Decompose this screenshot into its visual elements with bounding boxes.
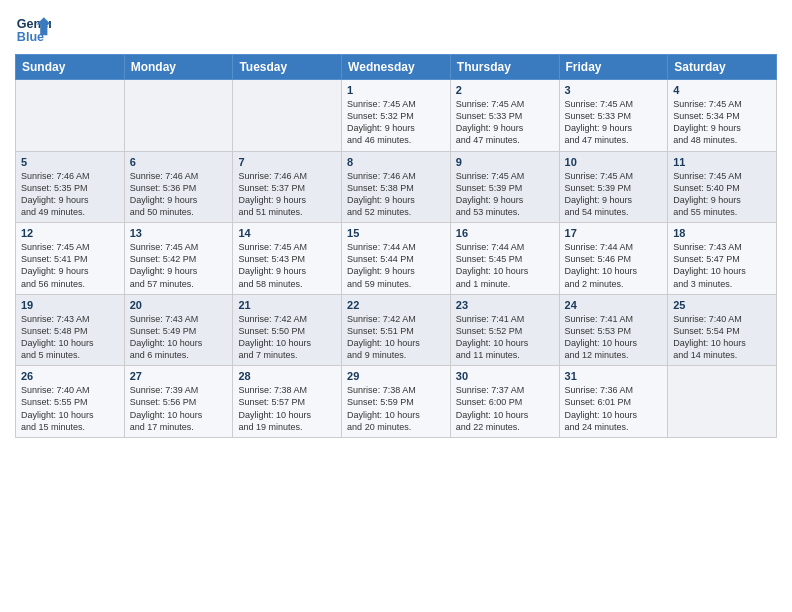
calendar-header-row: SundayMondayTuesdayWednesdayThursdayFrid… xyxy=(16,55,777,80)
day-info: Sunrise: 7:45 AM Sunset: 5:33 PM Dayligh… xyxy=(565,98,663,147)
day-number: 18 xyxy=(673,227,771,239)
column-header-saturday: Saturday xyxy=(668,55,777,80)
day-number: 4 xyxy=(673,84,771,96)
day-info: Sunrise: 7:38 AM Sunset: 5:57 PM Dayligh… xyxy=(238,384,336,433)
calendar-cell: 17Sunrise: 7:44 AM Sunset: 5:46 PM Dayli… xyxy=(559,223,668,295)
column-header-monday: Monday xyxy=(124,55,233,80)
day-info: Sunrise: 7:46 AM Sunset: 5:36 PM Dayligh… xyxy=(130,170,228,219)
calendar-cell xyxy=(16,80,125,152)
day-number: 26 xyxy=(21,370,119,382)
day-info: Sunrise: 7:43 AM Sunset: 5:49 PM Dayligh… xyxy=(130,313,228,362)
day-info: Sunrise: 7:42 AM Sunset: 5:50 PM Dayligh… xyxy=(238,313,336,362)
day-number: 3 xyxy=(565,84,663,96)
day-number: 9 xyxy=(456,156,554,168)
day-number: 11 xyxy=(673,156,771,168)
day-info: Sunrise: 7:44 AM Sunset: 5:44 PM Dayligh… xyxy=(347,241,445,290)
day-info: Sunrise: 7:41 AM Sunset: 5:53 PM Dayligh… xyxy=(565,313,663,362)
calendar-cell: 11Sunrise: 7:45 AM Sunset: 5:40 PM Dayli… xyxy=(668,151,777,223)
day-number: 25 xyxy=(673,299,771,311)
day-number: 8 xyxy=(347,156,445,168)
calendar-cell: 7Sunrise: 7:46 AM Sunset: 5:37 PM Daylig… xyxy=(233,151,342,223)
calendar-cell: 8Sunrise: 7:46 AM Sunset: 5:38 PM Daylig… xyxy=(342,151,451,223)
calendar-cell: 1Sunrise: 7:45 AM Sunset: 5:32 PM Daylig… xyxy=(342,80,451,152)
day-number: 20 xyxy=(130,299,228,311)
calendar-cell: 10Sunrise: 7:45 AM Sunset: 5:39 PM Dayli… xyxy=(559,151,668,223)
calendar-cell: 31Sunrise: 7:36 AM Sunset: 6:01 PM Dayli… xyxy=(559,366,668,438)
day-number: 29 xyxy=(347,370,445,382)
day-number: 31 xyxy=(565,370,663,382)
day-info: Sunrise: 7:43 AM Sunset: 5:48 PM Dayligh… xyxy=(21,313,119,362)
day-number: 7 xyxy=(238,156,336,168)
calendar-cell xyxy=(668,366,777,438)
day-info: Sunrise: 7:45 AM Sunset: 5:43 PM Dayligh… xyxy=(238,241,336,290)
calendar-cell: 9Sunrise: 7:45 AM Sunset: 5:39 PM Daylig… xyxy=(450,151,559,223)
day-number: 19 xyxy=(21,299,119,311)
day-number: 28 xyxy=(238,370,336,382)
calendar-cell: 21Sunrise: 7:42 AM Sunset: 5:50 PM Dayli… xyxy=(233,294,342,366)
day-number: 10 xyxy=(565,156,663,168)
day-info: Sunrise: 7:43 AM Sunset: 5:47 PM Dayligh… xyxy=(673,241,771,290)
day-info: Sunrise: 7:45 AM Sunset: 5:39 PM Dayligh… xyxy=(456,170,554,219)
calendar-week-2: 5Sunrise: 7:46 AM Sunset: 5:35 PM Daylig… xyxy=(16,151,777,223)
day-number: 14 xyxy=(238,227,336,239)
calendar-cell: 14Sunrise: 7:45 AM Sunset: 5:43 PM Dayli… xyxy=(233,223,342,295)
day-info: Sunrise: 7:45 AM Sunset: 5:42 PM Dayligh… xyxy=(130,241,228,290)
calendar-week-3: 12Sunrise: 7:45 AM Sunset: 5:41 PM Dayli… xyxy=(16,223,777,295)
calendar-cell xyxy=(233,80,342,152)
day-info: Sunrise: 7:45 AM Sunset: 5:41 PM Dayligh… xyxy=(21,241,119,290)
day-info: Sunrise: 7:37 AM Sunset: 6:00 PM Dayligh… xyxy=(456,384,554,433)
day-info: Sunrise: 7:46 AM Sunset: 5:35 PM Dayligh… xyxy=(21,170,119,219)
day-info: Sunrise: 7:42 AM Sunset: 5:51 PM Dayligh… xyxy=(347,313,445,362)
calendar-cell: 27Sunrise: 7:39 AM Sunset: 5:56 PM Dayli… xyxy=(124,366,233,438)
column-header-sunday: Sunday xyxy=(16,55,125,80)
day-info: Sunrise: 7:44 AM Sunset: 5:46 PM Dayligh… xyxy=(565,241,663,290)
calendar-cell: 23Sunrise: 7:41 AM Sunset: 5:52 PM Dayli… xyxy=(450,294,559,366)
day-info: Sunrise: 7:38 AM Sunset: 5:59 PM Dayligh… xyxy=(347,384,445,433)
calendar-cell: 29Sunrise: 7:38 AM Sunset: 5:59 PM Dayli… xyxy=(342,366,451,438)
page-header: General Blue xyxy=(15,10,777,46)
calendar-cell: 12Sunrise: 7:45 AM Sunset: 5:41 PM Dayli… xyxy=(16,223,125,295)
calendar-cell: 26Sunrise: 7:40 AM Sunset: 5:55 PM Dayli… xyxy=(16,366,125,438)
calendar-cell: 24Sunrise: 7:41 AM Sunset: 5:53 PM Dayli… xyxy=(559,294,668,366)
calendar-cell: 3Sunrise: 7:45 AM Sunset: 5:33 PM Daylig… xyxy=(559,80,668,152)
calendar-week-1: 1Sunrise: 7:45 AM Sunset: 5:32 PM Daylig… xyxy=(16,80,777,152)
calendar-cell: 18Sunrise: 7:43 AM Sunset: 5:47 PM Dayli… xyxy=(668,223,777,295)
column-header-tuesday: Tuesday xyxy=(233,55,342,80)
logo-icon: General Blue xyxy=(15,10,51,46)
day-info: Sunrise: 7:36 AM Sunset: 6:01 PM Dayligh… xyxy=(565,384,663,433)
column-header-friday: Friday xyxy=(559,55,668,80)
day-info: Sunrise: 7:44 AM Sunset: 5:45 PM Dayligh… xyxy=(456,241,554,290)
day-number: 21 xyxy=(238,299,336,311)
day-info: Sunrise: 7:40 AM Sunset: 5:54 PM Dayligh… xyxy=(673,313,771,362)
day-number: 24 xyxy=(565,299,663,311)
calendar-week-4: 19Sunrise: 7:43 AM Sunset: 5:48 PM Dayli… xyxy=(16,294,777,366)
day-number: 23 xyxy=(456,299,554,311)
day-number: 27 xyxy=(130,370,228,382)
day-number: 17 xyxy=(565,227,663,239)
day-info: Sunrise: 7:45 AM Sunset: 5:40 PM Dayligh… xyxy=(673,170,771,219)
calendar-cell: 13Sunrise: 7:45 AM Sunset: 5:42 PM Dayli… xyxy=(124,223,233,295)
day-number: 6 xyxy=(130,156,228,168)
calendar-cell: 30Sunrise: 7:37 AM Sunset: 6:00 PM Dayli… xyxy=(450,366,559,438)
column-header-wednesday: Wednesday xyxy=(342,55,451,80)
calendar-cell: 22Sunrise: 7:42 AM Sunset: 5:51 PM Dayli… xyxy=(342,294,451,366)
day-number: 22 xyxy=(347,299,445,311)
calendar-cell: 5Sunrise: 7:46 AM Sunset: 5:35 PM Daylig… xyxy=(16,151,125,223)
calendar-cell: 20Sunrise: 7:43 AM Sunset: 5:49 PM Dayli… xyxy=(124,294,233,366)
day-info: Sunrise: 7:46 AM Sunset: 5:38 PM Dayligh… xyxy=(347,170,445,219)
svg-text:Blue: Blue xyxy=(17,30,44,44)
column-header-thursday: Thursday xyxy=(450,55,559,80)
calendar-cell: 15Sunrise: 7:44 AM Sunset: 5:44 PM Dayli… xyxy=(342,223,451,295)
day-info: Sunrise: 7:41 AM Sunset: 5:52 PM Dayligh… xyxy=(456,313,554,362)
day-number: 30 xyxy=(456,370,554,382)
calendar-cell: 16Sunrise: 7:44 AM Sunset: 5:45 PM Dayli… xyxy=(450,223,559,295)
calendar-cell: 2Sunrise: 7:45 AM Sunset: 5:33 PM Daylig… xyxy=(450,80,559,152)
calendar-cell: 6Sunrise: 7:46 AM Sunset: 5:36 PM Daylig… xyxy=(124,151,233,223)
day-number: 13 xyxy=(130,227,228,239)
calendar-cell: 28Sunrise: 7:38 AM Sunset: 5:57 PM Dayli… xyxy=(233,366,342,438)
day-info: Sunrise: 7:45 AM Sunset: 5:32 PM Dayligh… xyxy=(347,98,445,147)
calendar-week-5: 26Sunrise: 7:40 AM Sunset: 5:55 PM Dayli… xyxy=(16,366,777,438)
calendar-cell: 4Sunrise: 7:45 AM Sunset: 5:34 PM Daylig… xyxy=(668,80,777,152)
day-number: 1 xyxy=(347,84,445,96)
day-info: Sunrise: 7:40 AM Sunset: 5:55 PM Dayligh… xyxy=(21,384,119,433)
